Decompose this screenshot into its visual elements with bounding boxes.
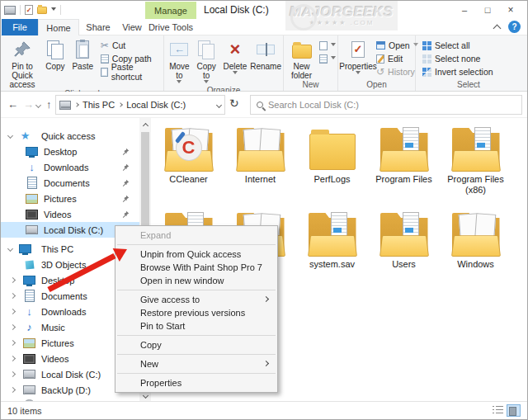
sidebar-item-documents[interactable]: Documents (1, 175, 139, 191)
chevron-down-icon[interactable] (7, 133, 13, 139)
invert-selection-icon (422, 68, 431, 77)
sidebar-quick-access[interactable]: ★ Quick access (1, 128, 139, 144)
downloads-icon: ↓ (26, 161, 38, 173)
rename-button[interactable]: Rename (250, 38, 281, 71)
breadcrumb-this-pc[interactable]: This PC (82, 100, 115, 110)
ribbon: Pin to Quick access Copy Paste ✂ Cut Cop… (1, 35, 527, 92)
sidebar-item-label: This PC (41, 244, 73, 254)
sidebar-item-label: Videos (44, 210, 71, 219)
chevron-right-icon[interactable] (10, 340, 16, 346)
menu-item-restore-previous-versions[interactable]: Restore previous versions (116, 306, 277, 319)
menu-item-new[interactable]: New (116, 357, 277, 370)
folder-program-files[interactable]: Program Files (368, 128, 440, 213)
maximize-button[interactable]: □ (476, 1, 499, 18)
scroll-up-icon[interactable] (139, 118, 151, 130)
chevron-right-icon[interactable] (10, 277, 16, 283)
address-dropdown-icon[interactable] (216, 101, 222, 107)
recent-locations-chevron-icon[interactable] (35, 102, 41, 108)
folder-label: PerfLogs (298, 174, 367, 185)
sidebar-item-desktop[interactable]: Desktop (1, 144, 139, 159)
breadcrumb-local-disk[interactable]: Local Disk (C:) (126, 100, 186, 110)
chevron-right-icon[interactable] (10, 356, 16, 361)
new-folder-button[interactable]: New folder (285, 38, 318, 80)
menu-item-give-access-to[interactable]: Give access to (116, 293, 277, 306)
tab-drive-tools[interactable]: Drive Tools (145, 19, 196, 35)
menu-item-open-in-new-window[interactable]: Open in new window (116, 274, 277, 287)
invert-selection-button[interactable]: Invert selection (422, 66, 493, 78)
open-button[interactable]: Open (376, 40, 418, 51)
drive-icon (26, 224, 38, 236)
folder-users[interactable]: Users (368, 213, 440, 298)
paste-shortcut-button[interactable]: Paste shortcut (101, 66, 162, 78)
ribbon-group-open: ✓ Properties Open Edit ↺ History (338, 35, 416, 91)
pin-to-quick-access-button[interactable]: Pin to Quick access (2, 38, 42, 89)
search-box[interactable]: Search Local Disk (C:) (250, 95, 522, 115)
folder-system-sav[interactable]: system.sav (296, 213, 368, 298)
tab-file[interactable]: File (2, 19, 38, 35)
chevron-right-icon[interactable] (10, 309, 16, 314)
select-none-icon (422, 54, 431, 64)
sidebar-item-label: Downloads (41, 307, 86, 317)
tab-share[interactable]: Share (79, 19, 117, 35)
folder-internet[interactable]: Internet (224, 128, 296, 213)
tab-home[interactable]: Home (38, 19, 79, 35)
menu-item-properties[interactable]: Properties (116, 376, 277, 389)
customize-toolbar-chevron-icon[interactable] (51, 7, 56, 13)
breadcrumb-chevron-icon[interactable] (118, 102, 123, 107)
cut-button[interactable]: ✂ Cut (101, 40, 162, 51)
up-button[interactable]: ↑ (46, 98, 52, 111)
copy-button[interactable]: Copy (42, 38, 68, 71)
new-item-button[interactable] (319, 40, 336, 51)
scrollbar-thumb[interactable] (141, 132, 149, 239)
copy-to-button[interactable]: Copy to (193, 38, 220, 86)
folder-ccleaner[interactable]: C CCleaner (153, 128, 224, 213)
select-all-button[interactable]: Select all (422, 40, 493, 51)
paste-button[interactable]: Paste (68, 38, 97, 71)
history-button[interactable]: ↺ History (376, 66, 418, 78)
menu-item-label: Give access to (140, 295, 200, 304)
context-menu: Expand Unpin from Quick access Browse Wi… (115, 225, 278, 393)
chevron-right-icon[interactable] (10, 387, 16, 393)
sidebar-item-pictures[interactable]: Pictures (1, 191, 139, 206)
collapse-ribbon-icon[interactable] (493, 24, 502, 32)
address-bar[interactable]: This PC Local Disk (C:) (55, 95, 225, 115)
menu-item-pin-to-start[interactable]: Pin to Start (116, 319, 277, 333)
easy-access-button[interactable] (319, 53, 336, 64)
ribbon-group-organize: ← Move to Copy to × Delete Rename Organi… (164, 35, 284, 91)
select-none-button[interactable]: Select none (422, 53, 493, 64)
tab-view[interactable]: View (117, 19, 147, 35)
new-folder-icon[interactable] (37, 7, 47, 14)
large-icons-view-icon[interactable] (507, 404, 521, 417)
chevron-right-icon[interactable] (10, 371, 16, 377)
refresh-button[interactable]: ↻ (229, 97, 239, 110)
sidebar-item-downloads[interactable]: ↓ Downloads (1, 159, 139, 175)
sidebar-item-videos[interactable]: Videos (1, 206, 139, 222)
delete-button[interactable]: × Delete (220, 38, 251, 77)
properties-icon[interactable]: ✓ (25, 5, 33, 15)
move-to-button[interactable]: ← Move to (166, 38, 193, 86)
menu-item-browse-with-paint-shop-pro[interactable]: Browse With Paint Shop Pro 7 (116, 261, 277, 274)
folder-program-files-x86[interactable]: Program Files (x86) (440, 128, 512, 213)
help-icon[interactable]: ? (508, 21, 521, 33)
menu-item-copy[interactable]: Copy (116, 338, 277, 352)
edit-button[interactable]: Edit (376, 53, 418, 64)
minimize-button[interactable]: – (453, 1, 476, 18)
back-button[interactable]: ← (7, 98, 18, 111)
menu-item-unpin-from-quick-access[interactable]: Unpin from Quick access (116, 248, 277, 261)
properties-button[interactable]: ✓ Properties (340, 38, 376, 77)
close-button[interactable]: × (499, 1, 522, 18)
folder-perflogs[interactable]: PerfLogs (296, 128, 368, 213)
menu-item-expand[interactable]: Expand (116, 229, 277, 242)
chevron-right-icon[interactable] (10, 293, 16, 299)
details-view-icon[interactable] (492, 404, 504, 416)
sidebar-item-label: Documents (44, 178, 90, 188)
forward-button[interactable]: → (23, 98, 34, 111)
chevron-right-icon[interactable] (10, 324, 16, 330)
folder-windows[interactable]: Windows (440, 213, 512, 298)
navigation-bar: ← → ↑ This PC Local Disk (C:) ↻ Search L… (1, 92, 527, 118)
chevron-down-icon[interactable] (7, 246, 13, 252)
copy-to-label: Copy to (193, 62, 220, 80)
breadcrumb-chevron-icon[interactable] (74, 102, 79, 107)
search-placeholder: Search Local Disk (C:) (268, 100, 359, 110)
manage-contextual-tab[interactable]: Manage (145, 2, 196, 19)
